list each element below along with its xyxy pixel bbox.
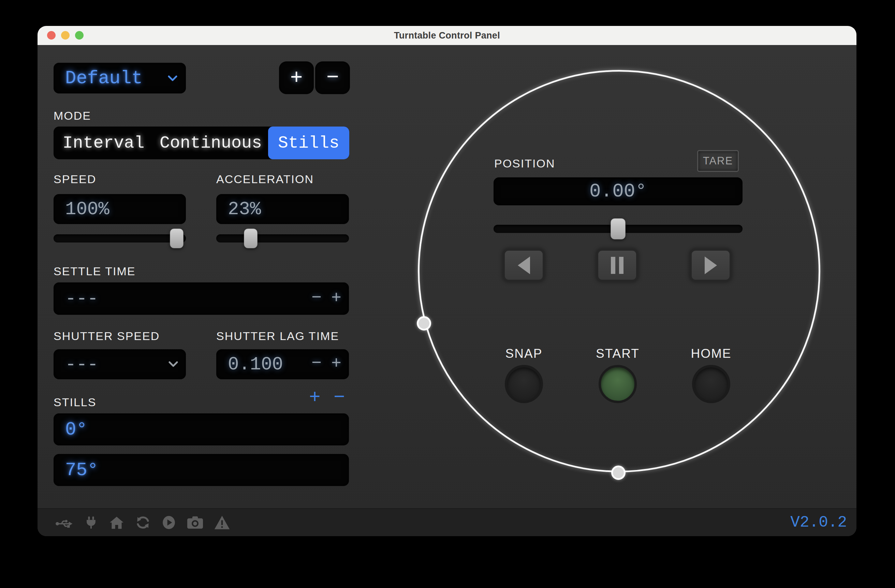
- tab-continuous[interactable]: Continuous: [153, 127, 268, 159]
- stills-item-value: 0°: [53, 419, 87, 440]
- acceleration-label: ACCELERATION: [216, 173, 314, 186]
- snap-label: SNAP: [473, 347, 575, 361]
- title-bar: Turntable Control Panel: [38, 26, 857, 45]
- position-value: 0.00°: [589, 180, 647, 202]
- stills-remove-button[interactable]: −: [334, 387, 345, 409]
- acceleration-value: 23%: [216, 199, 261, 220]
- preset-remove-button[interactable]: −: [315, 61, 350, 94]
- sync-icon: [135, 515, 150, 530]
- position-label: POSITION: [494, 157, 555, 170]
- app-window: Turntable Control Panel Default + − MODE…: [38, 26, 857, 536]
- shutter-lag-time-input[interactable]: 0.100 − +: [216, 349, 349, 379]
- zoom-button[interactable]: [75, 31, 83, 39]
- previous-icon: [518, 256, 530, 274]
- plus-icon: +: [290, 66, 303, 90]
- settle-time-label: SETTLE TIME: [53, 265, 136, 278]
- start-button[interactable]: [599, 365, 637, 403]
- warning-icon: [214, 515, 230, 530]
- acceleration-slider[interactable]: [216, 234, 349, 242]
- settle-time-input[interactable]: --- − +: [53, 282, 349, 315]
- app-version: V2.0.2: [790, 514, 847, 531]
- stills-list-item[interactable]: 75°: [53, 454, 349, 486]
- chevron-down-icon: [167, 75, 178, 82]
- shutter-lag-decrement-button[interactable]: −: [309, 354, 324, 373]
- pause-icon: [611, 257, 623, 274]
- stills-item-value: 75°: [53, 460, 98, 480]
- play-icon: [162, 515, 176, 530]
- window-title: Turntable Control Panel: [394, 30, 500, 41]
- dial-handle[interactable]: [417, 316, 431, 330]
- mode-tabbar: Interval Continuous Stills: [53, 127, 349, 159]
- step-forward-button[interactable]: [689, 248, 732, 282]
- next-icon: [705, 256, 717, 274]
- chevron-down-icon: [168, 361, 178, 368]
- speed-input[interactable]: 100%: [53, 194, 186, 224]
- close-button[interactable]: [47, 31, 56, 39]
- speed-slider[interactable]: [53, 234, 186, 242]
- position-slider-thumb[interactable]: [611, 218, 625, 239]
- shutter-lag-increment-button[interactable]: +: [329, 354, 343, 373]
- acceleration-input[interactable]: 23%: [216, 194, 349, 224]
- mode-label: MODE: [53, 109, 91, 123]
- position-slider[interactable]: [493, 225, 743, 233]
- shutter-speed-select[interactable]: ---: [53, 349, 186, 379]
- home-button[interactable]: [692, 365, 730, 403]
- power-plug-icon: [84, 516, 98, 529]
- minus-icon: −: [326, 66, 339, 90]
- position-display: 0.00°: [493, 177, 743, 205]
- stills-list-item[interactable]: 0°: [53, 414, 349, 446]
- start-label: START: [567, 347, 669, 361]
- camera-icon: [187, 516, 203, 529]
- shutter-lag-time-label: SHUTTER LAG TIME: [216, 329, 339, 343]
- shutter-speed-label: SHUTTER SPEED: [53, 329, 159, 343]
- preset-selected-value: Default: [53, 68, 143, 89]
- stills-add-button[interactable]: +: [309, 387, 321, 409]
- speed-label: SPEED: [53, 173, 96, 186]
- shutter-speed-value: ---: [53, 354, 98, 375]
- settle-time-value: ---: [53, 288, 98, 309]
- speed-slider-thumb[interactable]: [170, 229, 184, 248]
- preset-add-button[interactable]: +: [279, 61, 314, 94]
- settle-time-increment-button[interactable]: +: [329, 288, 343, 308]
- acceleration-slider-thumb[interactable]: [244, 229, 258, 248]
- home-icon: [109, 516, 124, 529]
- traffic-lights: [47, 31, 83, 39]
- settle-time-decrement-button[interactable]: −: [309, 288, 324, 308]
- pause-button[interactable]: [596, 248, 639, 282]
- preset-select[interactable]: Default: [53, 63, 186, 94]
- home-label: HOME: [660, 347, 762, 361]
- main-panel: Default + − MODE Interval Continuous Sti…: [38, 45, 857, 508]
- tare-button[interactable]: TARE: [697, 150, 739, 172]
- minimize-button[interactable]: [61, 31, 70, 39]
- usb-icon: [55, 516, 73, 529]
- stills-label: STILLS: [53, 396, 96, 409]
- speed-value: 100%: [53, 199, 109, 220]
- tab-stills[interactable]: Stills: [268, 127, 349, 159]
- snap-button[interactable]: [505, 365, 543, 403]
- tab-interval[interactable]: Interval: [53, 127, 153, 159]
- step-back-button[interactable]: [502, 248, 545, 282]
- shutter-lag-time-value: 0.100: [216, 354, 283, 375]
- dial-handle[interactable]: [611, 465, 625, 480]
- status-bar: V2.0.2: [38, 508, 857, 536]
